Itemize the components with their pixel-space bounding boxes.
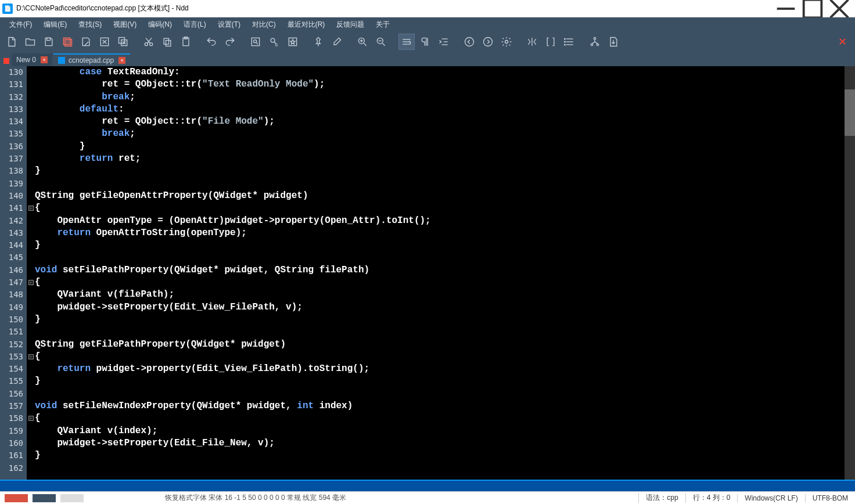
- status-info: 恢复格式字体 宋体 16 -1 5 50 0 0 0 0 0 常规 线宽 594…: [165, 493, 346, 503]
- save-all-icon[interactable]: [59, 34, 76, 50]
- taskbar-thumb-1[interactable]: [5, 494, 28, 502]
- open-file-icon[interactable]: [22, 34, 38, 50]
- menu-item[interactable]: 视图(V): [107, 18, 142, 31]
- export-icon[interactable]: [605, 34, 622, 50]
- svg-point-52: [565, 41, 566, 42]
- zoom-out-icon[interactable]: [373, 34, 389, 50]
- svg-point-53: [565, 44, 566, 45]
- app-icon: 📄: [2, 3, 13, 14]
- menu-item[interactable]: 设置(T): [212, 18, 246, 31]
- svg-point-46: [505, 41, 508, 44]
- svg-point-25: [271, 38, 275, 42]
- new-file-icon[interactable]: [3, 34, 20, 50]
- fold-toggle-icon[interactable]: -: [28, 206, 34, 211]
- menu-item[interactable]: 反馈问题: [330, 18, 370, 31]
- tab-label: New 0: [16, 56, 36, 64]
- pin-icon[interactable]: [310, 34, 326, 50]
- menu-item[interactable]: 编辑(E): [38, 18, 73, 31]
- tree-icon[interactable]: [587, 34, 603, 50]
- svg-rect-22: [252, 38, 259, 45]
- pilcrow-icon[interactable]: [417, 34, 433, 50]
- editor[interactable]: 1301311321331341351361371381391401411421…: [0, 66, 855, 480]
- svg-rect-19: [166, 41, 171, 46]
- svg-marker-29: [290, 39, 295, 44]
- svg-rect-1: [804, 0, 822, 17]
- window-title: D:\CCNotePad\cceditor\ccnotepad.cpp [文本模…: [16, 3, 773, 13]
- menu-item[interactable]: 语言(L): [178, 18, 212, 31]
- file-icon: [58, 57, 65, 64]
- menu-item[interactable]: 查找(S): [73, 18, 107, 31]
- svg-point-51: [565, 38, 566, 39]
- fold-column[interactable]: ----: [27, 66, 35, 480]
- nav-back-icon[interactable]: [461, 34, 477, 50]
- titlebar: 📄 D:\CCNotePad\cceditor\ccnotepad.cpp [文…: [0, 0, 855, 17]
- undo-icon[interactable]: [203, 34, 220, 50]
- vertical-scrollbar[interactable]: [845, 66, 855, 480]
- svg-point-23: [254, 40, 257, 43]
- taskbar-thumb-2[interactable]: [33, 494, 56, 502]
- tab-marker-icon: [3, 58, 9, 64]
- list-icon[interactable]: [561, 34, 577, 50]
- settings-icon[interactable]: [498, 34, 515, 50]
- menu-item[interactable]: 对比(C): [246, 18, 282, 31]
- zoom-in-icon[interactable]: [354, 34, 371, 50]
- toolbar: B✕: [0, 31, 855, 52]
- tab[interactable]: ccnotepad.cpp×: [53, 53, 130, 66]
- redo-icon[interactable]: [222, 34, 238, 50]
- status-strip: [0, 480, 855, 491]
- menu-item[interactable]: 关于: [370, 18, 396, 31]
- tab-close-icon[interactable]: ×: [41, 56, 48, 63]
- menu-item[interactable]: 编码(N): [142, 18, 178, 31]
- close-all-icon[interactable]: [115, 34, 131, 50]
- bottom-bar: 恢复格式字体 宋体 16 -1 5 50 0 0 0 0 0 常规 线宽 594…: [0, 491, 855, 504]
- menu-item[interactable]: 文件(F): [3, 18, 38, 31]
- minimize-button[interactable]: [773, 0, 799, 17]
- svg-rect-18: [164, 38, 168, 44]
- tab-close-icon[interactable]: ×: [118, 57, 125, 64]
- status-position: 行：4 列：0: [685, 493, 738, 503]
- taskbar-thumb-3[interactable]: [60, 494, 84, 502]
- svg-point-45: [484, 38, 493, 46]
- paste-icon[interactable]: [178, 34, 194, 50]
- svg-point-44: [465, 38, 474, 46]
- tab[interactable]: New 0×: [12, 53, 52, 66]
- toolbar-close-icon[interactable]: ✕: [834, 35, 852, 48]
- svg-line-59: [595, 42, 598, 44]
- center-icon[interactable]: [524, 34, 540, 50]
- copy-icon[interactable]: [159, 34, 175, 50]
- bookmark-icon[interactable]: [285, 34, 301, 50]
- menu-item[interactable]: 最近对比(R): [282, 18, 331, 31]
- svg-point-54: [594, 38, 595, 39]
- line-gutter: 1301311321331341351361371381391401411421…: [0, 66, 27, 480]
- wrap-icon[interactable]: [398, 34, 415, 50]
- close-button[interactable]: [826, 0, 853, 17]
- status-encoding[interactable]: UTF8-BOM: [805, 494, 855, 502]
- svg-line-58: [592, 42, 595, 44]
- fold-toggle-icon[interactable]: -: [28, 280, 34, 285]
- svg-line-32: [364, 44, 367, 46]
- maximize-button[interactable]: [799, 0, 826, 17]
- svg-line-36: [383, 44, 385, 46]
- svg-text:B: B: [275, 43, 278, 47]
- erase-icon[interactable]: [329, 34, 345, 50]
- cut-icon[interactable]: [141, 34, 157, 50]
- find-replace-icon[interactable]: B: [266, 34, 282, 50]
- nav-forward-icon[interactable]: [480, 34, 496, 50]
- scrollbar-thumb[interactable]: [845, 89, 855, 136]
- code-area[interactable]: case TextReadOnly: ret = QObject::tr("Te…: [35, 66, 845, 480]
- svg-rect-6: [65, 39, 72, 46]
- fold-toggle-icon[interactable]: -: [28, 354, 34, 359]
- indent-icon[interactable]: [436, 34, 452, 50]
- svg-point-55: [591, 44, 592, 45]
- svg-line-24: [257, 43, 258, 45]
- tab-label: ccnotepad.cpp: [69, 56, 114, 64]
- fold-toggle-icon[interactable]: -: [28, 416, 34, 421]
- status-language[interactable]: 语法：cpp: [638, 493, 685, 503]
- status-eol[interactable]: Windows(CR LF): [737, 494, 804, 502]
- brackets-icon[interactable]: [543, 34, 559, 50]
- svg-rect-4: [47, 38, 51, 40]
- close-file-icon[interactable]: [96, 34, 113, 50]
- save-as-icon[interactable]: [78, 34, 94, 50]
- save-icon[interactable]: [41, 34, 57, 50]
- find-icon[interactable]: [247, 34, 264, 50]
